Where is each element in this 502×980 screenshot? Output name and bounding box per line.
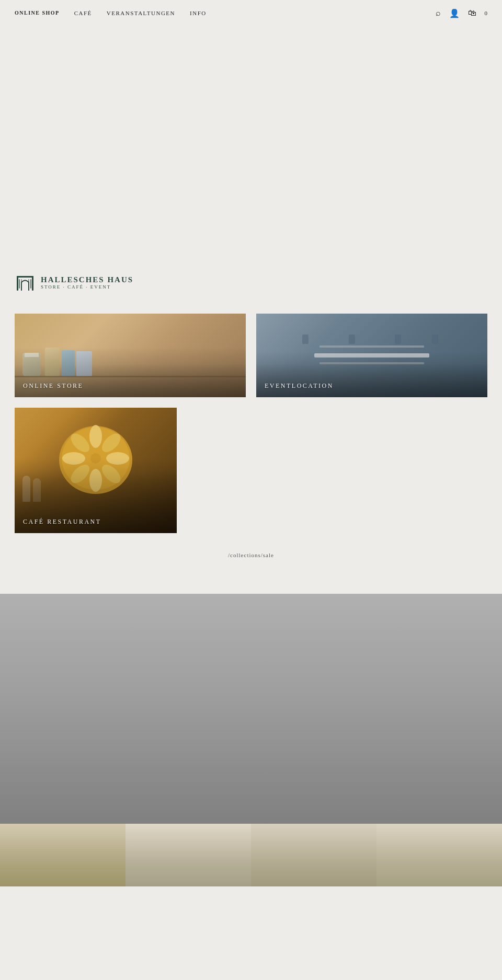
svg-rect-2 bbox=[17, 276, 33, 278]
eventlocation-label: EVENTLOCATION bbox=[265, 382, 334, 390]
content-area: ONLINE STORE EVENTLOCATION bbox=[0, 314, 502, 594]
svg-rect-6 bbox=[28, 279, 29, 282]
empty-space bbox=[187, 408, 487, 533]
online-store-label: ONLINE STORE bbox=[23, 382, 83, 390]
product-thumb-1-image bbox=[0, 824, 126, 886]
nav-info[interactable]: INFO bbox=[190, 10, 207, 16]
svg-rect-5 bbox=[21, 279, 22, 282]
online-store-card[interactable]: ONLINE STORE bbox=[15, 314, 246, 397]
svg-point-9 bbox=[89, 425, 102, 448]
svg-rect-3 bbox=[19, 279, 20, 289]
gray-banner bbox=[0, 594, 502, 824]
card-row-bottom: CAFÉ RESTAURANT bbox=[15, 408, 487, 533]
site-logo[interactable]: HALLESCHES HAUS STORE · CAFÉ · EVENT bbox=[15, 272, 133, 293]
product-thumb-3[interactable] bbox=[251, 824, 376, 886]
svg-rect-0 bbox=[17, 276, 18, 291]
nav-online-shop[interactable]: ONLINE SHOP bbox=[15, 10, 60, 16]
product-thumb-4-image bbox=[376, 824, 502, 886]
search-icon[interactable]: ⌕ bbox=[436, 8, 441, 18]
logo-sub-text: STORE · CAFÉ · EVENT bbox=[41, 284, 133, 290]
cafe-restaurant-card[interactable]: CAFÉ RESTAURANT bbox=[15, 408, 177, 533]
product-thumb-1[interactable] bbox=[0, 824, 126, 886]
eventlocation-card[interactable]: EVENTLOCATION bbox=[256, 314, 487, 397]
nav-cafe[interactable]: CAFÉ bbox=[74, 10, 92, 16]
hero-area: HALLESCHES HAUS STORE · CAFÉ · EVENT bbox=[0, 0, 502, 314]
cart-count: 0 bbox=[485, 10, 488, 16]
cart-icon[interactable]: 🛍 bbox=[468, 8, 476, 18]
svg-rect-4 bbox=[30, 279, 31, 289]
product-thumb-3-image bbox=[251, 824, 376, 886]
logo-icon bbox=[15, 272, 36, 293]
svg-rect-1 bbox=[32, 276, 33, 291]
nav-veranstaltungen[interactable]: VERANSTALTUNGEN bbox=[107, 10, 175, 16]
cafe-restaurant-label: CAFÉ RESTAURANT bbox=[23, 518, 101, 526]
card-row-top: ONLINE STORE EVENTLOCATION bbox=[15, 314, 487, 397]
product-thumb-2[interactable] bbox=[126, 824, 251, 886]
logo-text-block: HALLESCHES HAUS STORE · CAFÉ · EVENT bbox=[41, 275, 133, 290]
header-icons: ⌕ 👤 🛍 0 bbox=[436, 8, 488, 18]
product-thumb-4[interactable] bbox=[376, 824, 502, 886]
logo-main-text: HALLESCHES HAUS bbox=[41, 275, 133, 284]
product-grid bbox=[0, 824, 502, 886]
collections-link[interactable]: /collections/sale bbox=[15, 544, 487, 562]
site-header: ONLINE SHOP CAFÉ VERANSTALTUNGEN INFO ⌕ … bbox=[0, 0, 502, 26]
main-nav: ONLINE SHOP CAFÉ VERANSTALTUNGEN INFO bbox=[15, 10, 207, 16]
user-icon[interactable]: 👤 bbox=[449, 8, 460, 18]
product-thumb-2-image bbox=[126, 824, 251, 886]
